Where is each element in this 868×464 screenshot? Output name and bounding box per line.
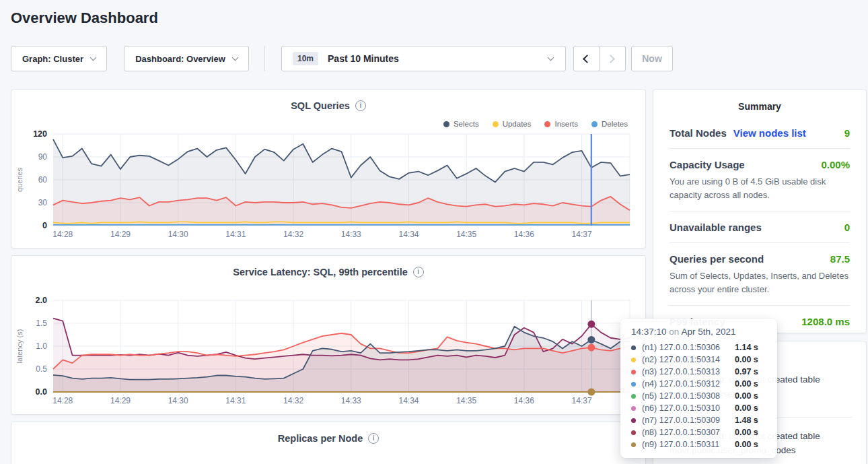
node-latency-value: 0.00 s [735,355,758,364]
svg-text:14:32: 14:32 [283,396,303,405]
svg-text:120: 120 [33,129,47,139]
summary-title: Summary [670,90,850,117]
node-address: (n8) 127.0.0.1:50307 [642,428,735,437]
summary-row-total-nodes: Total Nodes View nodes list 9 [670,117,850,149]
svg-text:0: 0 [42,221,47,230]
node-color-dot [631,442,636,447]
svg-text:2.0: 2.0 [36,296,47,305]
node-latency-value: 1.14 s [735,343,758,352]
replicas-per-node-card: Replicas per Nodei [11,422,646,464]
svg-text:14:28: 14:28 [52,396,73,405]
unavailable-ranges-value: 0 [844,222,850,233]
svg-text:queries: queries [15,167,24,192]
svg-text:14:33: 14:33 [341,396,361,405]
svg-text:90: 90 [38,152,48,162]
node-latency-value: 0.00 s [735,428,758,437]
node-address: (n1) 127.0.0.1:50306 [642,343,735,352]
summary-row-unavailable: Unavailable ranges 0 [670,211,850,243]
service-latency-card: Service Latency: SQL, 99th percentilei 1… [11,255,646,415]
node-address: (n2) 127.0.0.1:50314 [642,355,735,364]
time-range-badge: 10m [293,52,318,65]
node-address: (n4) 127.0.0.1:50312 [642,379,735,389]
svg-text:1.0: 1.0 [36,341,47,351]
time-prev-button[interactable] [573,46,600,71]
chevron-down-icon [231,54,238,61]
dashboard-dropdown-label: Dashboard: Overview [135,54,225,64]
now-button[interactable]: Now [631,46,673,71]
summary-panel: Summary Total Nodes View nodes list 9 Ca… [653,89,867,333]
node-latency-value: 0.00 s [735,379,758,389]
chart-hover-tooltip: 14:37:10 on Apr 5th, 2021 (n1) 127.0.0.1… [620,319,777,458]
node-color-dot [631,430,636,435]
info-icon[interactable]: i [355,100,366,111]
chart-title: SQL Queries [291,100,350,111]
dashboard-dropdown[interactable]: Dashboard: Overview [124,46,249,71]
time-range-label: Past 10 Minutes [328,53,399,64]
tooltip-timestamp: 14:37:10 on Apr 5th, 2021 [631,327,768,337]
tooltip-node-row: (n6) 127.0.0.1:503100.00 s [631,402,768,414]
node-latency-value: 0.00 s [735,403,758,413]
svg-text:14:30: 14:30 [168,396,188,405]
node-color-dot [631,370,636,374]
time-range-dropdown[interactable]: 10m Past 10 Minutes [281,46,566,71]
time-pager [573,46,626,71]
capacity-label: Capacity Usage [670,159,745,170]
tooltip-node-row: (n4) 127.0.0.1:503120.00 s [631,378,768,390]
svg-text:14:37: 14:37 [572,396,592,405]
total-nodes-label: Total Nodes [670,127,727,139]
summary-row-qps: Queries per second 87.5 Sum of Selects, … [670,243,850,306]
tooltip-node-row: (n5) 127.0.0.1:503080.00 s [631,390,768,402]
svg-text:14:32: 14:32 [283,230,303,239]
tooltip-node-row: (n2) 127.0.0.1:503140.00 s [631,354,768,366]
tooltip-node-row: (n9) 127.0.0.1:503110.00 s [631,438,768,451]
chevron-down-icon [90,54,97,61]
svg-text:14:30: 14:30 [168,230,188,239]
sql-queries-chart[interactable]: 14:2814:2914:3014:3114:3214:3314:3414:35… [11,121,647,246]
svg-text:latency (s): latency (s) [15,329,24,364]
node-address: (n5) 127.0.0.1:50308 [642,391,735,401]
svg-text:14:37: 14:37 [572,230,592,239]
tooltip-node-row: (n7) 127.0.0.1:503091.48 s [631,414,768,426]
node-address: (n9) 127.0.0.1:50311 [642,440,735,449]
service-latency-chart[interactable]: 14:2814:2914:3014:3114:3214:3314:3414:35… [11,287,647,412]
chart-title: Service Latency: SQL, 99th percentile [233,267,408,277]
p99-latency-value: 1208.0 ms [801,316,850,327]
svg-text:60: 60 [38,175,48,185]
info-icon[interactable]: i [368,433,379,444]
unavailable-ranges-label: Unavailable ranges [670,222,762,233]
svg-text:14:31: 14:31 [225,230,246,239]
node-latency-value: 0.00 s [735,391,758,401]
node-latency-value: 1.48 s [735,416,758,425]
qps-value: 87.5 [830,253,850,265]
chevron-left-icon [583,55,591,63]
svg-text:14:34: 14:34 [398,230,419,239]
tooltip-node-row: (n1) 127.0.0.1:503061.14 s [631,341,768,354]
time-next-button[interactable] [600,46,626,71]
node-color-dot [631,382,636,387]
toolbar-divider [264,46,265,71]
view-nodes-list-link[interactable]: View nodes list [733,127,806,139]
capacity-desc: You are using 0 B of 4.5 GiB usable disk… [670,175,850,201]
node-color-dot [631,358,636,362]
svg-text:14:31: 14:31 [225,396,246,405]
svg-text:30: 30 [38,198,48,207]
chevron-down-icon [548,55,554,61]
graph-dropdown[interactable]: Graph: Cluster [11,46,107,71]
qps-desc: Sum of Selects, Updates, Inserts, and De… [670,269,850,296]
toolbar: Graph: Cluster Dashboard: Overview 10m P… [0,46,868,71]
svg-text:14:35: 14:35 [456,396,476,405]
svg-text:14:29: 14:29 [110,230,131,239]
svg-text:0.5: 0.5 [36,364,47,374]
qps-label: Queries per second [670,253,764,265]
info-icon[interactable]: i [413,267,424,277]
svg-text:14:28: 14:28 [52,230,73,239]
node-color-dot [631,418,636,423]
node-address: (n7) 127.0.0.1:50309 [642,416,735,425]
graph-dropdown-label: Graph: Cluster [22,54,83,64]
svg-text:14:35: 14:35 [456,230,476,239]
node-address: (n3) 127.0.0.1:50313 [642,367,735,376]
svg-text:14:33: 14:33 [341,230,361,239]
tooltip-node-row: (n3) 127.0.0.1:503130.97 s [631,366,768,378]
node-color-dot [631,394,636,399]
total-nodes-value: 9 [844,127,850,139]
